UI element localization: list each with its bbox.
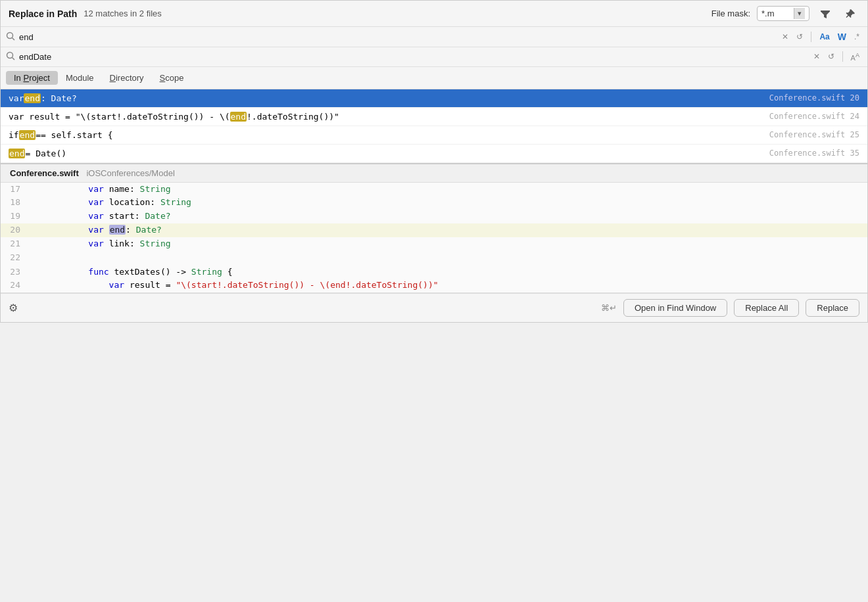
line-num-17: 17 [1,183,28,197]
match-count: 12 matches in 2 files [84,9,162,18]
tab-scope[interactable]: Scope [152,71,192,85]
result-row-2[interactable]: var result = "\(start!.dateToString()) -… [1,108,867,126]
code-line-17: 17 var name: String [1,183,867,197]
filter-icon [820,9,831,19]
replace-case-icon[interactable]: AA [848,51,862,63]
line-content-20: var end: Date? [28,223,867,237]
regex-icon[interactable]: .* [852,31,862,43]
whole-word-icon[interactable]: W [835,30,849,43]
filter-button[interactable] [816,7,834,21]
footer: ⚙ ⌘↵ Open in Find Window Replace All Rep… [1,292,867,322]
match-highlight-4: end [9,149,25,158]
code-prefix-2: var result = "\(start!.dateToString()) -… [9,112,230,122]
result-code-1: var end: Date? [9,93,756,103]
line-content-17: var name: String [28,183,867,197]
svg-line-1 [12,37,15,40]
replace-all-button[interactable]: Replace All [734,299,799,317]
line-content-18: var location: String [28,196,867,210]
line-num-23: 23 [1,266,28,279]
find-icon [6,32,15,43]
code-prefix-1: var [9,93,24,103]
settings-icon[interactable]: ⚙ [9,302,18,314]
find-actions: ✕ ↺ Aa W .* [779,30,862,43]
clear-find-icon[interactable]: ✕ [779,31,791,43]
replace-button[interactable]: Replace [806,299,859,317]
divider [811,32,811,42]
line-content-24: var result = "\(start!.dateToString()) -… [28,279,867,292]
result-row-3[interactable]: if end == self.start { Conference.swift … [1,126,867,145]
match-highlight-1: end [24,93,40,103]
result-row-4[interactable]: end = Date() Conference.swift 35 [1,145,867,163]
result-file-1: Conference.swift 20 [756,93,859,103]
result-file-4: Conference.swift 35 [756,149,859,158]
code-line-21: 21 var link: String [1,237,867,251]
replace-icon [6,51,15,62]
code-line-19: 19 var start: Date? [1,210,867,223]
find-input[interactable] [19,32,775,42]
code-file-name: Conference.swift [10,168,79,178]
divider2 [842,51,843,62]
result-file-2: Conference.swift 24 [756,112,859,121]
line-num-18: 18 [1,196,28,210]
code-suffix-2: !.dateToString())" [247,112,339,122]
replace-input[interactable] [19,52,807,62]
replace-refresh-icon[interactable]: ↺ [825,51,837,62]
code-panel: Conference.swift iOSConferences/Model 17… [1,163,867,293]
svg-point-2 [7,52,13,58]
code-file-path: iOSConferences/Model [86,168,174,178]
svg-line-3 [12,57,15,60]
code-line-23: 23 func textDates() -> String { [1,266,867,279]
tab-in-project[interactable]: In Project [6,71,58,85]
match-highlight-2: end [230,112,247,122]
file-mask-input[interactable]: *.m ▾ [757,6,809,21]
line-num-21: 21 [1,237,28,251]
tab-module[interactable]: Module [58,71,102,85]
clear-replace-icon[interactable]: ✕ [811,51,823,62]
result-code-4: end = Date() [9,149,756,158]
result-code-3: if end == self.start { [9,130,756,140]
code-prefix-3: if [9,130,19,140]
code-line-20: 20 var end: Date? [1,223,867,237]
pin-button[interactable] [841,7,859,21]
file-mask-dropdown[interactable]: ▾ [794,8,805,19]
find-refresh-icon[interactable]: ↺ [794,31,806,43]
tab-directory[interactable]: Directory [102,71,152,85]
line-content-19: var start: Date? [28,210,867,223]
shortcut-label: ⌘↵ [601,303,617,313]
dialog-header: Replace in Path 12 matches in 2 files Fi… [1,1,867,27]
code-suffix-3: == self.start { [36,130,112,140]
line-content-21: var link: String [28,237,867,251]
code-line-22: 22 [1,251,867,266]
scope-row: In Project Module Directory Scope [1,67,867,89]
code-area: 17 var name: String 18 var location: Str… [1,183,867,293]
replace-in-path-dialog: Replace in Path 12 matches in 2 files Fi… [0,0,868,323]
line-content-23: func textDates() -> String { [28,266,867,279]
results-list: var end: Date? Conference.swift 20 var r… [1,89,867,163]
code-suffix-1: : Date? [41,93,77,103]
line-num-24: 24 [1,279,28,292]
line-num-22: 22 [1,251,28,265]
result-file-3: Conference.swift 25 [756,130,859,139]
file-mask-value: *.m [761,9,794,18]
line-num-20: 20 [1,223,28,237]
line-num-19: 19 [1,210,28,223]
dialog-title: Replace in Path [9,9,77,19]
match-case-icon[interactable]: Aa [817,31,832,43]
code-suffix-4: = Date() [25,149,66,158]
code-line-24: 24 var result = "\(start!.dateToString()… [1,279,867,292]
result-code-2: var result = "\(start!.dateToString()) -… [9,112,756,122]
open-in-find-window-button[interactable]: Open in Find Window [623,299,727,317]
result-row-1[interactable]: var end: Date? Conference.swift 20 [1,89,867,108]
match-highlight-3: end [19,130,36,140]
replace-row: ✕ ↺ AA [1,47,867,67]
svg-point-0 [7,32,13,38]
pin-icon [845,9,856,19]
replace-actions: ✕ ↺ AA [811,51,862,63]
file-mask-label: File mask: [711,9,750,18]
code-panel-header: Conference.swift iOSConferences/Model [1,164,867,183]
code-line-18: 18 var location: String [1,196,867,210]
find-row: ✕ ↺ Aa W .* [1,27,867,47]
